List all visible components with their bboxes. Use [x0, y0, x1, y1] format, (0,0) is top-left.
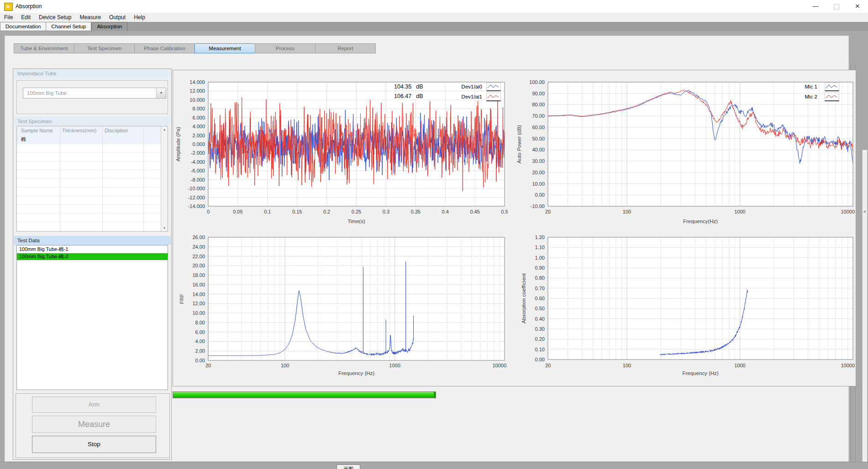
svg-text:0.00: 0.00 [535, 192, 545, 198]
table-row[interactable] [17, 144, 161, 153]
table-row[interactable] [17, 196, 161, 205]
svg-text:0.10: 0.10 [535, 347, 545, 352]
svg-text:-10.00: -10.00 [531, 203, 545, 209]
svg-text:0.40: 0.40 [535, 316, 545, 322]
close-button[interactable]: ✕ [847, 0, 868, 13]
impedance-tube-header: Impendace Tube [14, 69, 171, 78]
table-row[interactable] [17, 178, 161, 188]
scroll-up-icon[interactable]: ▲ [161, 128, 168, 131]
level-value: 104.35 [394, 83, 411, 90]
menu-output[interactable]: Output [105, 13, 130, 22]
subtab-test-specimen[interactable]: Test Specimen [74, 43, 135, 53]
svg-text:100.00: 100.00 [529, 79, 545, 85]
test-data-item[interactable]: 100mm Big Tube-棉-1 [17, 246, 168, 253]
menu-measure[interactable]: Measure [75, 13, 105, 22]
svg-text:1000: 1000 [734, 209, 745, 214]
svg-text:24.00: 24.00 [192, 244, 205, 250]
svg-text:0.70: 0.70 [535, 286, 545, 291]
tube-select-dropdown[interactable]: 100mm Big Tube ▼ [23, 88, 166, 99]
menu-edit[interactable]: Edit [17, 13, 35, 22]
table-row[interactable] [17, 222, 161, 231]
test-specimen-table[interactable]: Sample NameThickness(mm)Discription 棉 ▲ … [16, 126, 168, 232]
test-data-list[interactable]: 100mm Big Tube-棉-1100mm Big Tube-棉-2 [16, 245, 168, 390]
tab-absorption[interactable]: Absorption [91, 22, 127, 31]
svg-text:0.20: 0.20 [535, 336, 545, 342]
test-specimen-header: Test Specimen [14, 117, 171, 126]
svg-text:0.45: 0.45 [470, 209, 479, 214]
svg-text:0.5: 0.5 [501, 209, 508, 214]
legend-label-dev1-ai0: Dev1/ai0 [447, 84, 482, 89]
svg-text:0.50: 0.50 [535, 306, 545, 311]
table-row[interactable] [17, 152, 161, 162]
legend-label-mic1: Mic 1 [782, 84, 817, 89]
svg-text:1.20: 1.20 [535, 234, 545, 240]
minimize-button[interactable]: — [805, 0, 826, 13]
svg-text:100: 100 [623, 209, 631, 214]
menu-file[interactable]: File [0, 13, 17, 22]
svg-text:0.35: 0.35 [411, 209, 421, 214]
legend-plot-icon [825, 93, 839, 101]
absorption-coefficient-chart: 201001000100001.201.101.000.900.800.700.… [514, 228, 857, 379]
column-divider [143, 126, 144, 231]
svg-text:20: 20 [545, 363, 551, 368]
sub-tab-bar: Tube & EnvironmentTest SpecimenPhase Cal… [14, 43, 376, 53]
test-data-item[interactable]: 100mm Big Tube-棉-2 [17, 253, 168, 260]
legend-plot-icon [825, 83, 839, 91]
svg-text:0.90: 0.90 [535, 265, 545, 271]
svg-text:Amplitude (Pa): Amplitude (Pa) [175, 127, 181, 162]
tab-documentation[interactable]: Documentation [0, 22, 46, 31]
svg-text:-8.000: -8.000 [191, 177, 205, 182]
svg-text:0: 0 [207, 209, 210, 214]
table-row[interactable] [17, 161, 161, 170]
svg-text:20.00: 20.00 [532, 170, 545, 175]
tab-channel-setup[interactable]: Channel Setup [46, 22, 91, 31]
svg-text:Frequency (Hz): Frequency (Hz) [682, 370, 718, 376]
table-row[interactable] [17, 170, 161, 179]
table-row[interactable] [17, 204, 161, 214]
table-row[interactable]: 棉 [17, 135, 161, 144]
svg-text:20: 20 [545, 209, 551, 214]
svg-text:0.2: 0.2 [323, 209, 330, 214]
table-row[interactable] [17, 213, 161, 222]
svg-text:FRF: FRF [179, 294, 184, 304]
column-divider [60, 126, 60, 231]
legend-label-mic2: Mic 2 [782, 94, 817, 99]
scroll-down-icon[interactable]: ▼ [161, 227, 168, 229]
column-header: Discription [105, 126, 128, 135]
menu-device-setup[interactable]: Device Setup [35, 13, 75, 22]
table-row[interactable] [17, 187, 161, 196]
right-scrollbar[interactable]: < [862, 150, 868, 469]
subtab-measurement[interactable]: Measurement [195, 43, 255, 53]
svg-text:16.00: 16.00 [192, 282, 205, 287]
measurement-progress-bar [173, 391, 436, 398]
menu-help[interactable]: Help [130, 13, 149, 22]
svg-text:6.00: 6.00 [195, 329, 205, 335]
subtab-phase-calibration[interactable]: Phase Calibration [134, 43, 195, 53]
measure-button[interactable]: Measure [32, 416, 156, 433]
legend-plot-icon [486, 93, 501, 101]
sample-name-cell: 棉 [21, 135, 26, 144]
level-unit: dB [416, 93, 423, 99]
bottom-partial-tab[interactable]: 画图 [337, 464, 360, 469]
dropdown-arrow-icon[interactable]: ▼ [156, 88, 166, 98]
svg-text:0.05: 0.05 [233, 209, 242, 214]
window-title: Absorption [16, 3, 42, 10]
svg-text:40.00: 40.00 [532, 147, 545, 152]
svg-text:Auto Power (dB): Auto Power (dB) [516, 125, 522, 164]
svg-text:Time(s): Time(s) [347, 219, 365, 224]
subtab-tube-environment[interactable]: Tube & Environment [14, 43, 74, 53]
table-scrollbar[interactable]: ▲ ▼ [161, 126, 168, 231]
legend-label-dev1-ai1: Dev1/ai1 [447, 94, 482, 99]
svg-text:0.80: 0.80 [535, 275, 545, 281]
subtab-process[interactable]: Process [255, 43, 316, 53]
svg-text:0.3: 0.3 [383, 209, 389, 214]
maximize-button[interactable] [826, 0, 847, 13]
subtab-report[interactable]: Report [315, 43, 376, 53]
svg-text:0.30: 0.30 [535, 326, 545, 332]
collapse-left-icon[interactable]: < [863, 209, 867, 214]
svg-text:0.15: 0.15 [292, 209, 302, 214]
arm-button[interactable]: Arm [32, 396, 156, 413]
svg-text:30.00: 30.00 [532, 158, 545, 164]
svg-text:20: 20 [205, 363, 211, 368]
stop-button[interactable]: Stop [32, 436, 156, 453]
